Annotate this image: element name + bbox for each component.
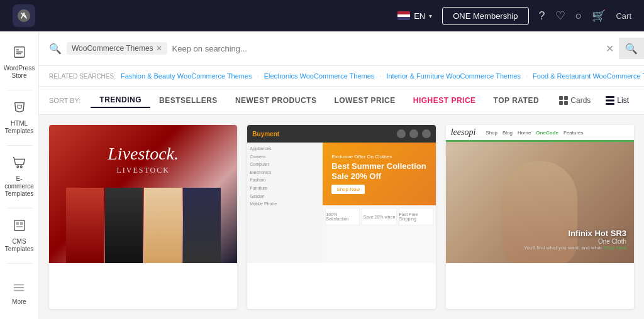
buyment-logo: Buyment — [252, 131, 279, 138]
wordpress-icon — [13, 45, 26, 62]
wishlist-icon[interactable]: ♡ — [555, 9, 565, 23]
svg-rect-16 — [564, 101, 568, 105]
svg-point-5 — [20, 166, 22, 168]
related-link-1[interactable]: Electronics WooCommerce Themes — [264, 72, 375, 80]
search-input[interactable] — [172, 44, 601, 53]
sidebar-divider-2 — [7, 145, 32, 146]
related-link-3[interactable]: Food & Restaurant WooCommerce Themes — [533, 72, 644, 80]
sort-bar: SORT BY: TRENDING BESTSELLERS NEWEST PRO… — [39, 87, 644, 115]
leesopi-nav: leesopi Shop Blog Home OneCode Features — [446, 125, 634, 140]
sort-highest[interactable]: HIGHEST PRICE — [404, 94, 485, 107]
html-icon — [13, 100, 26, 117]
search-icon[interactable]: 🔍 — [49, 43, 62, 55]
product-card-livestock[interactable]: Livestock. LIVESTOCK — [49, 125, 237, 309]
sort-newest[interactable]: NEWEST PRODUCTS — [226, 94, 326, 107]
help-icon[interactable]: ? — [539, 9, 545, 23]
sort-bestsellers[interactable]: BESTSELLERS — [150, 94, 226, 107]
product-image-buyment: Buyment Appliances Camera Comp — [247, 125, 435, 263]
view-toggle: Cards List — [554, 94, 634, 107]
sidebar-more[interactable]: More — [7, 276, 31, 313]
svg-point-4 — [16, 166, 18, 168]
svg-rect-12 — [14, 290, 25, 291]
flag-icon — [397, 11, 410, 20]
logo[interactable] — [13, 4, 35, 27]
content-area: 🔍 WooCommerce Themes ✕ ✕ 🔍 RELATED SEARC… — [39, 31, 644, 319]
svg-rect-8 — [19, 222, 23, 225]
search-tag: WooCommerce Themes ✕ — [67, 42, 167, 55]
svg-rect-15 — [559, 101, 563, 105]
leesopi-model: Infinix Hot SR3 One Cloth You'll find wh… — [446, 142, 634, 263]
svg-rect-1 — [16, 49, 19, 50]
sort-trending[interactable]: TRENDING — [91, 93, 150, 108]
related-link-2[interactable]: Interior & Furniture WooCommerce Themes — [386, 72, 521, 80]
membership-button[interactable]: ONE Membership — [442, 7, 528, 25]
sidebar-item-cms-label: CMS Templates — [5, 238, 34, 253]
sidebar-item-ecommerce-label: E-commerce Templates — [4, 175, 34, 198]
view-cards-label: Cards — [570, 96, 591, 105]
sidebar-item-wordpress-label: WordPress Store — [4, 65, 35, 80]
related-searches-label: RELATED SEARCHES: — [49, 73, 116, 80]
header-right: EN ▾ ONE Membership ? ♡ ○ 🛒 Cart — [397, 7, 631, 25]
main-layout: WordPress Store HTML Templates — [0, 31, 644, 319]
view-cards-button[interactable]: Cards — [554, 94, 596, 107]
svg-rect-2 — [16, 51, 23, 52]
sidebar-item-html[interactable]: HTML Templates — [0, 93, 38, 143]
search-submit-button[interactable]: 🔍 — [619, 38, 644, 59]
svg-rect-7 — [16, 222, 19, 225]
account-icon[interactable]: ○ — [575, 9, 582, 23]
ecommerce-icon — [13, 156, 26, 173]
lang-label: EN — [414, 11, 425, 21]
sidebar-item-ecommerce[interactable]: E-commerce Templates — [0, 148, 38, 205]
header-icons: ? ♡ ○ 🛒 Cart — [539, 9, 631, 23]
svg-rect-6 — [14, 220, 25, 231]
product-grid: Livestock. LIVESTOCK — [39, 115, 644, 319]
svg-rect-3 — [16, 53, 21, 54]
sidebar-item-wordpress[interactable]: WordPress Store — [0, 38, 38, 87]
sort-lowest[interactable]: LOWEST PRICE — [325, 94, 404, 107]
livestock-subtitle: LIVESTOCK — [49, 166, 237, 175]
view-list-button[interactable]: List — [601, 94, 634, 107]
sort-toprated[interactable]: TOP RATED — [485, 94, 548, 107]
svg-rect-11 — [14, 284, 25, 286]
search-submit-icon: 🔍 — [625, 43, 638, 55]
leesopi-nav-links: Shop Blog Home OneCode Features — [486, 130, 583, 136]
sort-by-label: SORT BY: — [49, 97, 80, 104]
language-selector[interactable]: EN ▾ — [397, 11, 432, 21]
livestock-products — [49, 188, 237, 263]
search-tag-close[interactable]: ✕ — [156, 44, 162, 53]
cms-icon — [13, 219, 26, 235]
related-link-0[interactable]: Fashion & Beauty WooCommerce Themes — [121, 72, 252, 80]
sidebar-divider-1 — [7, 90, 32, 90]
buyment-nav-icons — [397, 129, 431, 138]
sidebar-item-html-label: HTML Templates — [5, 120, 34, 135]
view-list-label: List — [617, 96, 629, 105]
svg-rect-13 — [559, 96, 563, 100]
product-card-leesopi[interactable]: leesopi Shop Blog Home OneCode Features — [446, 125, 634, 309]
svg-rect-19 — [606, 103, 614, 105]
svg-rect-17 — [606, 96, 614, 98]
chevron-down-icon: ▾ — [429, 13, 432, 19]
svg-rect-14 — [564, 96, 568, 100]
livestock-title: Livestock. — [49, 144, 237, 164]
sidebar-divider-3 — [7, 208, 32, 208]
sidebar: WordPress Store HTML Templates — [0, 31, 39, 319]
search-tag-text: WooCommerce Themes — [72, 44, 153, 53]
buyment-hero: Exclusive Offer On Clothes Best Summer C… — [323, 143, 435, 205]
search-bar: 🔍 WooCommerce Themes ✕ ✕ 🔍 — [39, 31, 644, 66]
cart-label[interactable]: Cart — [616, 11, 631, 21]
product-card-buyment[interactable]: Buyment Appliances Camera Comp — [247, 125, 435, 309]
more-icon — [12, 281, 26, 297]
leesopi-logo: leesopi — [451, 127, 476, 138]
svg-rect-9 — [16, 226, 23, 227]
cart-icon[interactable]: 🛒 — [592, 9, 606, 23]
svg-rect-10 — [14, 287, 25, 288]
related-searches: RELATED SEARCHES: Fashion & Beauty WooCo… — [39, 66, 644, 87]
sidebar-more-label: More — [12, 298, 26, 305]
buyment-header: Buyment — [247, 125, 435, 143]
header: EN ▾ ONE Membership ? ♡ ○ 🛒 Cart — [0, 0, 644, 31]
sidebar-item-cms[interactable]: CMS Templates — [0, 211, 38, 261]
sidebar-divider-4 — [7, 263, 32, 264]
svg-rect-18 — [606, 100, 614, 102]
product-image-livestock: Livestock. LIVESTOCK — [49, 125, 237, 263]
search-clear-button[interactable]: ✕ — [606, 43, 614, 55]
